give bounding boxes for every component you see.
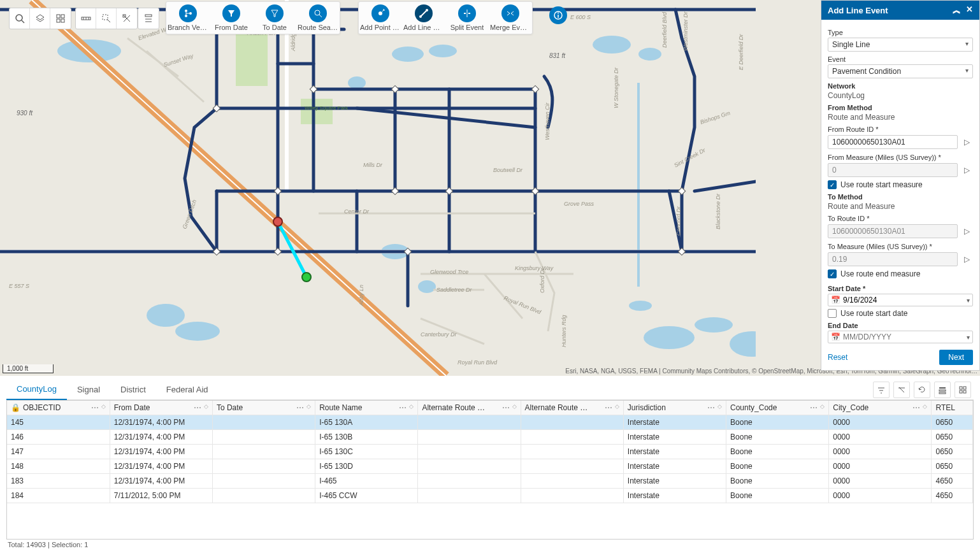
cell[interactable]: 12/31/1974, 4:00 PM bbox=[110, 430, 212, 445]
type-select[interactable]: Single Line bbox=[828, 38, 973, 52]
cell[interactable] bbox=[521, 459, 623, 474]
cell[interactable]: Interstate bbox=[623, 415, 726, 430]
from-measure-picker[interactable]: ▷ bbox=[960, 162, 973, 178]
col-objectid[interactable]: 🔒OBJECTID◇⋯ bbox=[7, 401, 110, 415]
cell[interactable]: 0000 bbox=[829, 415, 932, 430]
cell[interactable]: 0000 bbox=[829, 489, 932, 503]
cell[interactable]: 0650 bbox=[932, 445, 973, 459]
cell[interactable]: Interstate bbox=[623, 430, 726, 445]
cell[interactable]: 184 bbox=[7, 489, 110, 503]
route-search-button[interactable]: Route Search bbox=[296, 3, 340, 32]
col-from-date[interactable]: From Date◇⋯ bbox=[110, 401, 212, 415]
cell[interactable]: Interstate bbox=[623, 459, 726, 474]
tool-refresh[interactable] bbox=[914, 382, 930, 398]
cell[interactable] bbox=[212, 430, 315, 445]
cell[interactable]: Boone bbox=[726, 474, 829, 489]
cell[interactable] bbox=[521, 430, 623, 445]
cell[interactable]: 0000 bbox=[829, 474, 932, 489]
add-point-event-button[interactable]: Add Point E… bbox=[359, 3, 402, 32]
search-tool[interactable] bbox=[10, 8, 30, 29]
chevron-down-icon[interactable]: ▾ bbox=[967, 297, 970, 304]
cell[interactable]: Boone bbox=[726, 459, 829, 474]
attribute-rules-tool[interactable] bbox=[138, 8, 159, 29]
cell[interactable]: 4650 bbox=[932, 489, 973, 503]
from-date-button[interactable]: From Date bbox=[210, 3, 253, 32]
start-date-input[interactable]: 📅 ▾ bbox=[828, 294, 973, 306]
cell[interactable]: Boone bbox=[726, 430, 829, 445]
cell[interactable] bbox=[212, 445, 315, 459]
cell[interactable]: Interstate bbox=[623, 445, 726, 459]
cell[interactable]: 146 bbox=[7, 430, 110, 445]
cell[interactable] bbox=[521, 474, 623, 489]
cell[interactable]: Boone bbox=[726, 445, 829, 459]
cell[interactable] bbox=[418, 445, 521, 459]
use-start-date-checkbox[interactable] bbox=[828, 309, 837, 318]
cell[interactable] bbox=[418, 430, 521, 445]
cell[interactable]: I-65 130D bbox=[315, 459, 418, 474]
tool-show-selected[interactable] bbox=[934, 382, 951, 398]
cell[interactable]: 145 bbox=[7, 415, 110, 430]
reset-button[interactable]: Reset bbox=[828, 353, 847, 362]
add-line-event-button[interactable]: Add Line E… bbox=[402, 3, 445, 32]
cell[interactable]: 148 bbox=[7, 459, 110, 474]
collapse-icon[interactable]: ︽ bbox=[953, 4, 961, 16]
col-rtel[interactable]: RTEL bbox=[932, 401, 973, 415]
cell[interactable]: 12/31/1974, 4:00 PM bbox=[110, 459, 212, 474]
col-city-code[interactable]: City_Code◇⋯ bbox=[829, 401, 932, 415]
col-to-date[interactable]: To Date◇⋯ bbox=[212, 401, 315, 415]
tool-clear-filter[interactable] bbox=[893, 382, 910, 398]
cell[interactable]: 12/31/1974, 4:00 PM bbox=[110, 474, 212, 489]
start-date-field[interactable] bbox=[843, 296, 964, 304]
cell[interactable] bbox=[418, 459, 521, 474]
end-date-input[interactable]: 📅 ▾ bbox=[828, 331, 973, 343]
cell[interactable]: 0650 bbox=[932, 459, 973, 474]
measure-tool[interactable] bbox=[76, 8, 96, 29]
split-event-button[interactable]: Split Event bbox=[445, 3, 489, 32]
tab-federal-aid[interactable]: Federal Aid bbox=[156, 380, 219, 400]
cell[interactable]: I-65 130A bbox=[315, 415, 418, 430]
tool-columns[interactable] bbox=[955, 382, 971, 398]
cell[interactable]: 0650 bbox=[932, 415, 973, 430]
col-alt-route-1[interactable]: Alternate Route …◇⋯ bbox=[418, 401, 521, 415]
cell[interactable] bbox=[521, 489, 623, 503]
tab-district[interactable]: District bbox=[110, 380, 156, 400]
cell[interactable] bbox=[418, 489, 521, 503]
clear-selection-tool[interactable] bbox=[117, 8, 137, 29]
col-county-code[interactable]: County_Code◇⋯ bbox=[726, 401, 829, 415]
cell[interactable] bbox=[212, 415, 315, 430]
col-route-name[interactable]: Route Name◇⋯ bbox=[315, 401, 418, 415]
use-end-measure-checkbox[interactable]: ✓ bbox=[828, 269, 837, 278]
cell[interactable]: 12/31/1974, 4:00 PM bbox=[110, 445, 212, 459]
cell[interactable]: 0000 bbox=[829, 430, 932, 445]
cell[interactable]: 7/11/2012, 5:00 PM bbox=[110, 489, 212, 503]
cell[interactable]: 12/31/1974, 4:00 PM bbox=[110, 415, 212, 430]
cell[interactable] bbox=[418, 474, 521, 489]
to-route-picker[interactable]: ▷ bbox=[960, 224, 973, 239]
tool-filter[interactable] bbox=[873, 382, 890, 398]
close-icon[interactable]: ✕ bbox=[966, 4, 973, 16]
cell[interactable]: I-65 130B bbox=[315, 430, 418, 445]
cell[interactable] bbox=[521, 415, 623, 430]
use-start-measure-checkbox[interactable]: ✓ bbox=[828, 180, 837, 189]
cell[interactable]: Boone bbox=[726, 415, 829, 430]
col-jurisdiction[interactable]: Jurisdiction◇⋯ bbox=[623, 401, 726, 415]
event-select[interactable]: Pavement Condition bbox=[828, 64, 973, 78]
chevron-down-icon[interactable]: ▾ bbox=[967, 334, 970, 341]
cell[interactable]: 0650 bbox=[932, 430, 973, 445]
cell[interactable] bbox=[521, 445, 623, 459]
cell[interactable] bbox=[212, 459, 315, 474]
select-tool[interactable] bbox=[96, 8, 117, 29]
attribute-grid[interactable]: 🔒OBJECTID◇⋯ From Date◇⋯ To Date◇⋯ Route … bbox=[6, 400, 974, 540]
table-row[interactable]: 14512/31/1974, 4:00 PMI-65 130AInterstat… bbox=[7, 415, 973, 430]
end-date-field[interactable] bbox=[843, 333, 964, 341]
table-row[interactable]: 18312/31/1974, 4:00 PMI-465InterstateBoo… bbox=[7, 474, 973, 489]
cell[interactable]: I-465 bbox=[315, 474, 418, 489]
cell[interactable]: 0000 bbox=[829, 445, 932, 459]
cell[interactable]: 147 bbox=[7, 445, 110, 459]
tab-countylog[interactable]: CountyLog bbox=[6, 380, 67, 400]
cell[interactable]: I-465 CCW bbox=[315, 489, 418, 503]
col-alt-route-2[interactable]: Alternate Route …◇⋯ bbox=[521, 401, 623, 415]
info-button[interactable] bbox=[549, 6, 567, 24]
merge-events-button[interactable]: Merge Events bbox=[489, 3, 532, 32]
table-row[interactable]: 1847/11/2012, 5:00 PMI-465 CCWInterstate… bbox=[7, 489, 973, 503]
